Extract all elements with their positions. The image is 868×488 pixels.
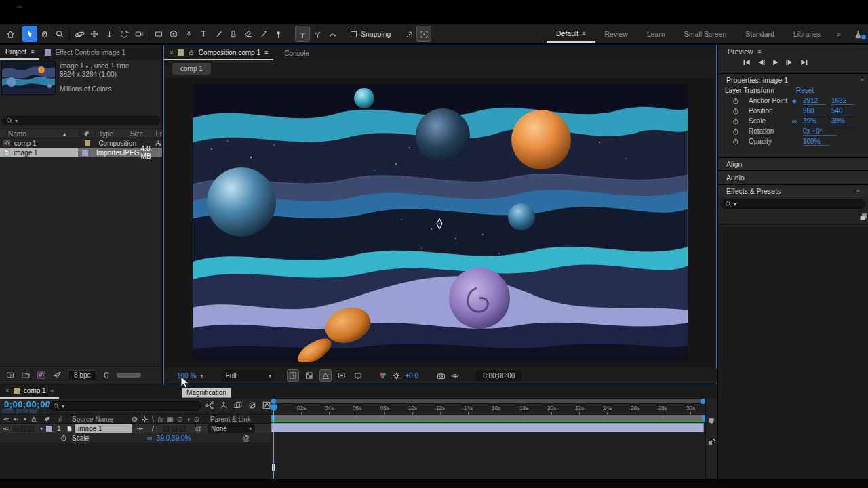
snapping-checkbox[interactable]	[351, 31, 357, 37]
tab-console[interactable]: Console	[273, 49, 320, 57]
timeline-search[interactable]: ▾	[49, 401, 201, 411]
workspace-tab-standard[interactable]: Standard	[736, 25, 784, 43]
snapping-control[interactable]: Snapping	[351, 30, 391, 38]
quality-icon[interactable]: \	[152, 415, 154, 423]
label-column-icon[interactable]	[83, 130, 90, 137]
pen-tool[interactable]	[181, 26, 196, 42]
motion-blur-toggle[interactable]	[180, 426, 186, 432]
selection-tool[interactable]	[22, 26, 37, 42]
local-axis-mode-button[interactable]	[295, 26, 310, 42]
workspace-tab-default[interactable]: Default ≡	[547, 25, 595, 43]
project-row-comp1[interactable]: comp 1 Composition	[0, 138, 162, 148]
link-scale-icon[interactable]: ∞	[792, 117, 803, 125]
interpret-footage-icon[interactable]	[5, 371, 15, 380]
layer-visibility-eye-icon[interactable]	[3, 425, 10, 432]
property-pick-whip-icon[interactable]: @	[242, 434, 249, 442]
link-scale-icon[interactable]: ∞	[147, 434, 153, 442]
panel-menu-icon[interactable]: ≡	[861, 77, 864, 83]
align-section[interactable]: Align	[718, 157, 868, 170]
chevron-down-icon[interactable]: ▾	[85, 64, 88, 70]
stopwatch-icon[interactable]	[60, 434, 68, 442]
lock-icon[interactable]	[31, 415, 37, 423]
panel-menu-icon[interactable]: ≡	[264, 49, 268, 56]
eye-icon[interactable]	[3, 415, 10, 423]
comp-marker-icon[interactable]	[707, 416, 715, 425]
trash-icon[interactable]	[102, 371, 111, 380]
workspace-overflow-button[interactable]: »	[830, 25, 848, 43]
magnification-chevron-icon[interactable]: ▾	[200, 373, 203, 379]
effects-toggle[interactable]	[163, 426, 170, 432]
render-icon[interactable]	[52, 371, 62, 380]
anchor-diamond-icon[interactable]: ◈	[792, 98, 803, 104]
shy-icon[interactable]	[131, 415, 138, 423]
project-search[interactable]: ▾	[2, 116, 160, 125]
comp-breadcrumb[interactable]: comp 1	[172, 63, 211, 75]
orbit-camera-tool[interactable]	[72, 26, 87, 42]
workspace-tab-small-screen[interactable]: Small Screen	[675, 25, 736, 43]
snap-option-icon[interactable]	[401, 26, 416, 42]
audio-toggle[interactable]	[13, 426, 19, 432]
column-type[interactable]: Type	[95, 130, 130, 138]
play-button[interactable]	[771, 59, 780, 66]
shape-cube-tool[interactable]	[166, 26, 181, 42]
effects-presets-section[interactable]: Effects & Presets ≡	[718, 184, 868, 197]
stopwatch-icon[interactable]	[732, 117, 740, 125]
layer-name-field[interactable]: image 1	[75, 424, 132, 433]
column-index[interactable]: #	[54, 415, 66, 423]
tab-project[interactable]: Project ≡	[0, 45, 39, 60]
mini-flowchart-icon[interactable]	[205, 401, 214, 410]
parent-pick-whip-icon[interactable]: @	[195, 425, 202, 432]
collapse-transformations-icon[interactable]	[141, 415, 149, 423]
new-folder-icon[interactable]	[21, 371, 31, 380]
show-snapshot-icon[interactable]	[450, 371, 460, 380]
frame-blend-icon[interactable]: ▦	[167, 415, 173, 423]
stopwatch-icon[interactable]	[732, 107, 740, 115]
snap-mask-option-icon[interactable]	[416, 26, 431, 42]
last-frame-button[interactable]	[800, 59, 808, 66]
workspace-tab-review[interactable]: Review	[595, 25, 637, 43]
solo-toggle[interactable]	[20, 426, 26, 432]
reset-button[interactable]: Reset	[796, 87, 814, 94]
viewer-timecode[interactable]: 0;00;00;00	[476, 371, 521, 381]
home-button[interactable]	[3, 26, 18, 42]
panel-menu-icon[interactable]: ≡	[50, 388, 54, 394]
workspace-tab-libraries[interactable]: Libraries	[784, 25, 830, 43]
channel-rgb-icon[interactable]	[378, 371, 388, 380]
navigator-end-handle[interactable]	[701, 399, 705, 404]
first-frame-button[interactable]	[743, 59, 751, 66]
new-composition-icon[interactable]	[37, 371, 46, 380]
scale-value[interactable]: 39.0,39.0%	[157, 434, 191, 442]
dolly-camera-tool[interactable]	[102, 26, 117, 42]
comp-viewport[interactable]	[165, 78, 715, 368]
effects-search[interactable]: ▾	[721, 199, 865, 209]
column-name[interactable]: Name	[0, 130, 62, 138]
workspace-tab-learn[interactable]: Learn	[637, 25, 675, 43]
docked-panel-icon[interactable]	[859, 212, 868, 221]
snapshot-camera-icon[interactable]	[436, 371, 446, 380]
layer-label-swatch[interactable]	[46, 426, 52, 432]
thumbnail-size-slider[interactable]	[117, 373, 141, 378]
work-area-bar[interactable]	[273, 415, 704, 421]
3d-layer-icon[interactable]: ⊙	[193, 415, 199, 423]
zoom-tool[interactable]	[52, 26, 67, 42]
frame-blending-icon[interactable]	[233, 401, 243, 410]
audio-section[interactable]: Audio	[718, 171, 868, 184]
label-swatch-tan[interactable]	[85, 140, 91, 146]
exposure-value[interactable]: +0.0	[405, 372, 418, 380]
world-axis-mode-button[interactable]	[310, 26, 325, 42]
layer-duration-bar[interactable]	[271, 423, 704, 432]
close-tab-icon[interactable]: ×	[5, 387, 9, 394]
guides-button[interactable]	[352, 369, 364, 382]
tab-composition[interactable]: × Composition comp 1 ≡	[164, 45, 273, 60]
project-row-image1-selected[interactable]: image 1 ImporterJPEG 4.8 MB	[0, 148, 162, 157]
stopwatch-icon[interactable]	[732, 127, 740, 136]
mask-visibility-button[interactable]	[319, 369, 332, 382]
clone-stamp-tool[interactable]	[226, 26, 241, 42]
motion-blur-column-icon[interactable]: ∅	[177, 415, 183, 423]
close-tab-icon[interactable]: ×	[170, 49, 174, 56]
beta-flask-button[interactable]	[848, 29, 868, 39]
frame-blend-toggle[interactable]	[172, 426, 178, 432]
column-source-name[interactable]: Source Name	[68, 415, 126, 423]
current-timecode[interactable]: 0;00;00;00	[4, 399, 51, 409]
draft-3d-icon[interactable]	[219, 401, 229, 410]
